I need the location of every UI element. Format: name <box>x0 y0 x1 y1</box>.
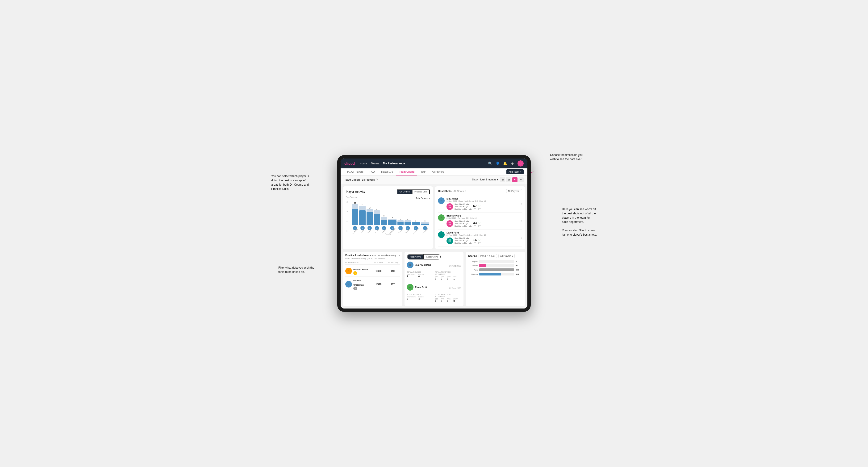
bar-value-label: 3 <box>400 218 401 220</box>
scoring-bar-label: Birdies <box>468 264 478 267</box>
shots-header: Best Shots All Shots ▾ All Players ▾ <box>438 189 522 193</box>
search-icon[interactable]: 🔍 <box>487 161 493 166</box>
edit-icon[interactable]: ✎ <box>376 178 378 181</box>
active-tabs: Most Active Least Active <box>407 254 441 260</box>
shot-chevron[interactable]: › <box>521 219 522 222</box>
tab-all-players[interactable]: All Players <box>429 168 447 176</box>
add-team-button[interactable]: Add Team + <box>506 169 524 174</box>
y-axis: 15 10 5 0 <box>346 201 348 232</box>
sub-nav-tabs: PGAT Players PGA Hcaps 1-5 Team Clippd T… <box>344 168 447 176</box>
nav-teams[interactable]: Teams <box>371 162 379 165</box>
rounds-title: Total Rounds <box>407 293 433 295</box>
tab-most-active[interactable]: Most Active <box>407 254 424 259</box>
plus-icon[interactable]: ⊕ <box>510 161 515 166</box>
practice-drills-toggle[interactable]: Practice Drills <box>412 189 430 194</box>
show-period[interactable]: Last 3 months ▾ <box>480 178 498 181</box>
rank-badge: 1 <box>353 271 357 275</box>
shot-info: Matt Miller09 Jun 2023 · Royal North Dev… <box>446 197 519 210</box>
show-label: Show: <box>472 178 478 181</box>
tab-least-active[interactable]: Least Active <box>424 254 441 259</box>
tab-all-shots[interactable]: All Shots <box>453 190 464 192</box>
arg-col: ARG 0 <box>447 298 451 302</box>
nav-home[interactable]: Home <box>360 162 367 165</box>
bar-value-label: 4 <box>392 217 393 218</box>
shot-entry: MMatt Miller09 Jun 2023 · Royal North De… <box>438 195 522 213</box>
shots-chevron: ▾ <box>465 190 466 192</box>
active-player-name: BBlair McHarg <box>407 261 431 268</box>
bar-highlight <box>374 214 380 225</box>
leaderboard-row: RRichard Butler119/20110 <box>345 266 400 277</box>
team-title: Team Clippd | 14 Players ✎ <box>344 178 378 181</box>
bar-bg <box>421 222 429 225</box>
tab-pga[interactable]: PGA <box>367 168 378 176</box>
bar-value-label: 3 <box>407 218 408 220</box>
shot-badge: 198SG <box>446 238 453 244</box>
tab-tour[interactable]: Tour <box>418 168 428 176</box>
leaderboard-avatar: R <box>345 268 352 274</box>
grid-view-btn[interactable]: ⊞ <box>500 177 505 182</box>
rounds-sub-row: Tournament 7 Practice 6 <box>407 274 433 278</box>
user-avatar[interactable]: U <box>518 160 524 166</box>
tab-team-clippd[interactable]: Team Clippd <box>396 168 417 176</box>
tab-pgat-players[interactable]: PGAT Players <box>344 168 366 176</box>
bar-chart: 15 10 5 0 13BB. McHarg12BB. Britt10DD. F… <box>346 201 430 232</box>
bar-value-label: 2 <box>425 220 426 222</box>
active-player-name: RRees Britt <box>407 284 427 290</box>
leaderboard-rows: RRichard Butler119/20110EEdward Crossman… <box>345 266 400 292</box>
users-icon[interactable]: 👤 <box>495 161 500 166</box>
tablet-screen: clippd Home Teams My Performance 🔍 👤 🔔 ⊕… <box>341 158 527 309</box>
active-avatar: B <box>407 261 413 268</box>
shot-meta: 24 Aug 2023 · Royal North Devon GC · Hol… <box>446 234 519 236</box>
list-view-btn[interactable]: ≡ <box>519 177 524 182</box>
all-players-dropdown[interactable]: All Players ▾ <box>506 189 522 193</box>
chart-filter[interactable]: Total Rounds ▾ <box>415 197 430 199</box>
on-course-toggle[interactable]: On Course <box>397 189 412 194</box>
top-nav: clippd Home Teams My Performance 🔍 👤 🔔 ⊕… <box>341 158 527 168</box>
bar-item: 2EE. Crossman <box>412 202 420 232</box>
activity-title: Player Activity <box>346 190 365 193</box>
filter-chevron: ▾ <box>429 197 430 199</box>
bar-bg <box>404 220 411 225</box>
show-controls: Show: Last 3 months ▾ ⊞ ⊟ ♥ ≡ <box>472 177 524 182</box>
bars-container: 13BB. McHarg12BB. Britt10DD. Ford9JJ. Co… <box>352 202 429 232</box>
leaderboard-avg: 107 <box>385 283 400 286</box>
scoring-filter2[interactable]: All Players ▾ <box>498 254 515 258</box>
nav-my-performance[interactable]: My Performance <box>383 162 405 165</box>
bar-value-label: 12 <box>362 204 364 206</box>
practice-dropdown[interactable]: PUTT Must Make Putting ... ▾ <box>372 254 400 257</box>
arrow-timescale: ↙ <box>531 169 534 175</box>
tab-best-shots[interactable]: Best Shots <box>438 190 452 192</box>
col-pb-score: PB SCORE <box>371 261 385 264</box>
tab-hcaps[interactable]: Hcaps 1-5 <box>378 168 396 176</box>
heart-view-btn[interactable]: ♥ <box>512 177 518 182</box>
annotation-player-select: You can select which player isdoing the … <box>271 174 309 191</box>
active-stats-grid: Total Rounds Tournament 8 Practice 4 Tot… <box>407 293 461 302</box>
scoring-bar-value: 96 <box>516 264 523 267</box>
bar-highlight <box>381 220 387 225</box>
bar-item: 3MM. Miller <box>404 202 411 232</box>
shot-player-avatar: D <box>438 231 445 238</box>
shot-info: Blair McHarg23 Jul 2023 · Ashridge GC · … <box>446 214 519 227</box>
bar-value-label: 2 <box>415 220 416 222</box>
scoring-bar-fill <box>479 264 486 267</box>
practice-title: Practice Leaderboards <box>345 254 371 257</box>
shot-entry: BBlair McHarg23 Jul 2023 · Ashridge GC ·… <box>438 213 522 229</box>
active-player-header: RRees Britt02 Sep 2023 <box>407 284 461 292</box>
active-player-entry: RRees Britt02 Sep 2023 Total Rounds Tour… <box>407 284 461 302</box>
chart-top-row: On Course Total Rounds ▾ <box>346 196 430 200</box>
app-col: APP 0 <box>441 298 444 302</box>
active-players-container: BBlair McHarg26 Aug 2023 Total Rounds To… <box>407 261 461 302</box>
scoring-bars: Eagles3Birdies96Pars499Bogeys315 <box>468 260 523 276</box>
bell-icon[interactable]: 🔔 <box>502 161 507 166</box>
shot-chevron[interactable]: › <box>521 236 522 240</box>
bar-bg <box>388 219 397 225</box>
shot-chevron[interactable]: › <box>521 202 522 206</box>
tile-view-btn[interactable]: ⊟ <box>506 177 512 182</box>
scoring-filter1[interactable]: Par 3, 4 & 5s ▾ <box>478 254 497 258</box>
annotation-filter: Filter what data you wish thetable to be… <box>278 266 314 274</box>
tournament-col: Tournament 7 <box>407 274 415 278</box>
shot-entry: DDavid Ford24 Aug 2023 · Royal North Dev… <box>438 229 522 247</box>
main-content: Player Activity On Course Practice Drill… <box>341 184 527 309</box>
table-header: PLAYER NAME PB SCORE PB AVG SQ <box>345 261 400 264</box>
active-stats-grid: Total Rounds Tournament 7 Practice 6 Tot… <box>407 271 461 280</box>
